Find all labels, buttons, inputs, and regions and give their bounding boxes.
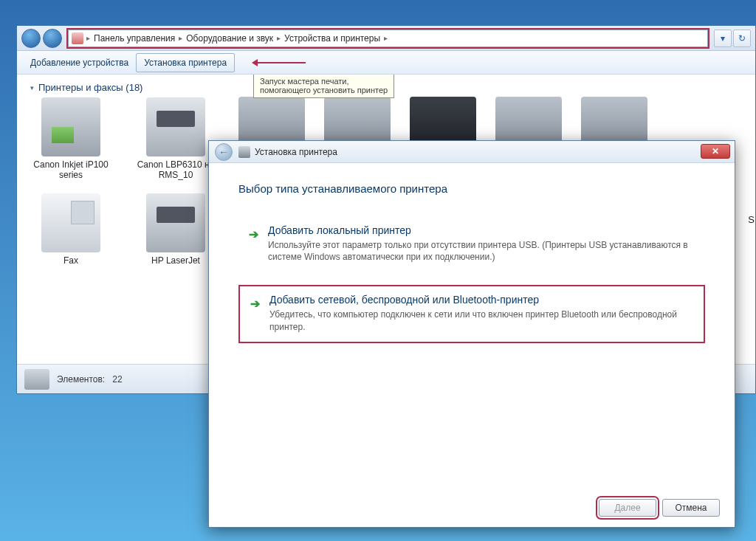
breadcrumb-seg-control-panel[interactable]: Панель управления — [90, 33, 179, 44]
devices-summary-icon — [24, 369, 49, 390]
device-label: Canon LBP6310 на RMS_10 — [135, 159, 216, 180]
breadcrumb[interactable]: ▸ Панель управления ▸ Оборудование и зву… — [68, 30, 708, 47]
fax-icon — [41, 193, 100, 252]
back-button[interactable] — [21, 29, 41, 48]
wizard-button-row: Далее Отмена — [599, 499, 720, 517]
device-fax[interactable]: Fax — [30, 193, 111, 266]
truncated-edge-text: S — [748, 214, 755, 225]
annotation-arrow — [254, 62, 306, 63]
wizard-body: Выбор типа устанавливаемого принтера ➔ Д… — [209, 163, 735, 343]
command-bar: Добавление устройства Установка принтера — [17, 51, 755, 75]
printer-icon — [238, 146, 250, 158]
device-label: Fax — [63, 255, 78, 266]
breadcrumb-seg-hardware[interactable]: Оборудование и звук — [182, 33, 277, 44]
cancel-button[interactable]: Отмена — [662, 499, 720, 517]
status-label: Элементов: — [57, 374, 105, 385]
option-title: Добавить локальный принтер — [268, 224, 693, 236]
add-printer-button[interactable]: Установка принтера — [136, 53, 235, 72]
dropdown-history-button[interactable]: ▾ — [714, 30, 732, 47]
laser-printer-icon — [146, 97, 205, 156]
arrow-right-icon: ➔ — [249, 227, 258, 241]
add-device-button[interactable]: Добавление устройства — [23, 54, 136, 72]
next-button[interactable]: Далее — [599, 499, 656, 517]
tooltip: Запуск мастера печати, помогающего устан… — [253, 75, 394, 98]
wizard-heading: Выбор типа устанавливаемого принтера — [238, 182, 705, 195]
option-add-local-printer[interactable]: ➔ Добавить локальный принтер Используйте… — [238, 217, 705, 272]
wizard-title-bar[interactable]: ← Установка принтера ✕ — [209, 141, 735, 163]
option-description: Используйте этот параметр только при отс… — [268, 239, 693, 263]
nav-buttons — [21, 29, 62, 48]
tooltip-line2: помогающего установить принтер — [260, 86, 388, 94]
address-controls: ▾ ↻ — [714, 30, 751, 47]
wizard-back-button[interactable]: ← — [215, 143, 233, 161]
device-hp-laserjet[interactable]: HP LaserJet — [135, 193, 216, 266]
collapse-triangle-icon: ▾ — [30, 84, 34, 92]
option-add-network-printer[interactable]: ➔ Добавить сетевой, беспроводной или Blu… — [238, 285, 705, 342]
tooltip-line1: Запуск мастера печати, — [260, 77, 388, 86]
forward-button[interactable] — [43, 29, 62, 48]
device-canon-lbp6310[interactable]: Canon LBP6310 на RMS_10 — [135, 97, 216, 180]
close-button[interactable]: ✕ — [701, 144, 730, 159]
chevron-right-icon: ▸ — [384, 34, 388, 42]
annotation-highlight-breadcrumb: ▸ Панель управления ▸ Оборудование и зву… — [66, 28, 709, 49]
status-count: 22 — [112, 374, 122, 385]
option-title: Добавить сетевой, беспроводной или Bluet… — [269, 294, 692, 306]
inkjet-printer-icon — [41, 97, 100, 156]
arrow-right-icon: ➔ — [250, 297, 260, 311]
wizard-title: Установка принтера — [255, 147, 337, 157]
device-label: Canon Inkjet iP100 series — [30, 159, 111, 180]
control-panel-icon — [72, 32, 83, 44]
explorer-nav-bar: ▸ Панель управления ▸ Оборудование и зву… — [17, 26, 755, 51]
section-title: Принтеры и факсы (18) — [38, 82, 142, 93]
laser-printer-icon — [146, 193, 205, 252]
breadcrumb-seg-devices[interactable]: Устройства и принтеры — [281, 33, 384, 44]
option-description: Убедитесь, что компьютер подключен к сет… — [269, 309, 692, 332]
add-printer-wizard: ← Установка принтера ✕ Выбор типа устана… — [208, 140, 735, 528]
device-label: HP LaserJet — [151, 255, 200, 266]
device-canon-inkjet[interactable]: Canon Inkjet iP100 series — [30, 97, 111, 180]
refresh-button[interactable]: ↻ — [733, 30, 751, 47]
